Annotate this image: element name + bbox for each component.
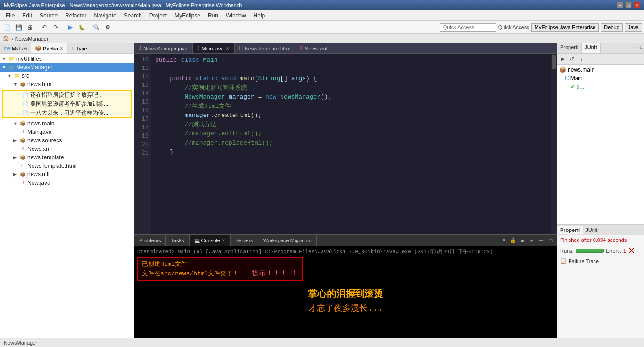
editor-scroll-thumb[interactable] <box>552 55 556 69</box>
rr-tab-junit[interactable]: JUnit <box>583 226 600 234</box>
menu-navigate[interactable]: Navigate <box>90 11 120 20</box>
tree-item-newstemplate-html[interactable]: H NewsTemplate.html <box>0 162 134 170</box>
java-icon-new: J <box>19 179 26 187</box>
console-output-box: 已创建Html文件！ 文件在src/news/html文件夹下！ 提示！！！ ！ <box>137 257 303 281</box>
toolbar-run[interactable]: ▶ <box>65 22 75 33</box>
expand-arrow-news-html[interactable]: ▼ <box>13 82 19 87</box>
menu-myeclipse[interactable]: MyEclipse <box>171 11 204 20</box>
quick-access-input[interactable] <box>440 23 496 32</box>
tab-myecli[interactable]: me MyEcli <box>0 43 31 53</box>
menu-help[interactable]: Help <box>250 11 269 20</box>
tree-item-news-template-pkg[interactable]: ▶ 📦 news.template <box>0 153 134 162</box>
tab-type[interactable]: T Type <box>67 43 91 53</box>
tree-item-new-java[interactable]: J New.java <box>0 179 134 187</box>
menu-refactor[interactable]: Refactor <box>61 11 90 20</box>
rr-tab-properties[interactable]: Properti <box>557 226 583 234</box>
toolbar-undo[interactable]: ↶ <box>39 22 50 33</box>
toolbar-debug[interactable]: 🐛 <box>76 22 87 33</box>
menu-project[interactable]: Project <box>146 11 171 20</box>
minimize-right-icon[interactable]: ─ <box>636 44 639 52</box>
console-new-button[interactable]: + <box>528 236 536 245</box>
tree-item-src[interactable]: ▼ 📁 src <box>0 72 134 80</box>
console-terminate-button[interactable]: ■ <box>518 236 527 245</box>
console-scroll-lock-button[interactable]: 🔒 <box>509 236 517 245</box>
toolbar-more[interactable]: ⚙ <box>102 22 113 33</box>
tree-item-news-2[interactable]: 📄 美国男篮邀请考辛斯参加训练... <box>3 99 131 108</box>
close-package-tab[interactable]: ✕ <box>59 46 63 51</box>
close-main-java-tab[interactable]: ✕ <box>226 46 230 51</box>
breadcrumb-project[interactable]: NewsManager <box>15 36 49 41</box>
toolbar-print[interactable]: 🖨 <box>25 22 35 33</box>
package-icon-news-main: 📦 <box>19 120 26 127</box>
tree-item-news-xml[interactable]: X News.xml <box>0 145 134 153</box>
toolbar-save[interactable]: 💾 <box>13 22 24 33</box>
rp-next-button[interactable]: ↓ <box>577 55 586 63</box>
tab-package[interactable]: 📦 Packa ✕ <box>31 43 67 53</box>
expand-arrow-newsmanager[interactable]: ▼ <box>2 65 8 70</box>
code-editor[interactable]: 10 11 12 13 14 15 16 17 18 19 20 21 publ… <box>134 54 557 234</box>
menu-search[interactable]: Search <box>120 11 146 20</box>
menu-window[interactable]: Window <box>222 11 250 20</box>
expand-arrow-news-sourecs[interactable]: ▶ <box>13 138 19 143</box>
expand-arrow-news-main[interactable]: ▼ <box>13 121 19 126</box>
tree-item-news-3[interactable]: 📄 十八大以来，习近平这样为传... <box>3 108 131 117</box>
toolbar-redo[interactable]: ↷ <box>50 22 61 33</box>
tab-news-xml[interactable]: X News.xml <box>295 43 332 53</box>
console-minimize-button[interactable]: ─ <box>537 236 545 245</box>
menu-file[interactable]: File <box>2 11 18 20</box>
console-terminated-line: <terminated> Main (6) [Java Application]… <box>137 248 554 255</box>
perspective-java[interactable]: Java <box>625 23 642 32</box>
toolbar-new[interactable]: 📄 <box>2 22 12 33</box>
console-toolbar: ✕ 🔒 ■ + ─ □ <box>499 236 557 245</box>
code-content[interactable]: public class Main { public static void m… <box>151 54 551 234</box>
maximize-right-icon[interactable]: □ <box>640 44 643 52</box>
console-tab-console[interactable]: 💻 Console ✕ <box>190 235 231 246</box>
perspective-myeclipse[interactable]: MyEclipse Java Enterprise <box>531 23 599 32</box>
menu-edit[interactable]: Edit <box>18 11 36 20</box>
close-console-tab[interactable]: ✕ <box>222 238 225 243</box>
console-content[interactable]: <terminated> Main (6) [Java Application]… <box>134 246 557 347</box>
tree-item-main-java[interactable]: J Main.java <box>0 128 134 136</box>
console-clear-button[interactable]: ✕ <box>499 236 508 245</box>
window-controls[interactable]: ─ □ ✕ <box>617 2 640 8</box>
tab-main-java[interactable]: J Main.java ✕ <box>193 43 235 53</box>
rp-tab-properties[interactable]: Properti <box>557 43 582 53</box>
console-maximize-button[interactable]: □ <box>546 236 555 245</box>
tree-item-newsmanager[interactable]: ▼ 🗂 NewsManager <box>0 63 134 72</box>
perspective-debug[interactable]: Debug <box>601 23 622 32</box>
console-tab-problems[interactable]: Problems <box>134 235 166 246</box>
rp-prev-button[interactable]: ↑ <box>586 55 595 63</box>
tree-item-news-1[interactable]: 📄 还在指望房贷打折？放弃吧... <box>3 91 131 99</box>
minimize-button[interactable]: ─ <box>617 2 623 8</box>
console-tab-tasks[interactable]: Tasks <box>166 235 189 246</box>
rt-item-news-main[interactable]: 📦 news.main <box>558 66 643 74</box>
rp-refresh-button[interactable]: ↺ <box>568 55 576 63</box>
tree-item-news-main-pkg[interactable]: ▼ 📦 news.main <box>0 119 134 128</box>
menu-run[interactable]: Run <box>204 11 222 20</box>
rt-item-main-class[interactable]: C Main <box>558 74 643 83</box>
close-button[interactable]: ✕ <box>634 2 640 8</box>
tree-item-news-util-pkg[interactable]: ▶ 📦 news.util <box>0 170 134 179</box>
expand-arrow-myutilities[interactable]: ▼ <box>2 57 8 61</box>
expand-arrow-news-util[interactable]: ▶ <box>13 172 19 177</box>
tab-newstemplate-html[interactable]: H NewsTemplate.html <box>235 43 295 53</box>
expand-arrow-news-template[interactable]: ▶ <box>13 155 19 160</box>
tree-item-myutilities[interactable]: ▼ 📁 myUtilities <box>0 55 134 63</box>
rp-tab-junit[interactable]: JUnit <box>582 43 601 53</box>
main-layout: me MyEcli 📦 Packa ✕ T Type ▼ 📁 myUtiliti… <box>0 43 644 347</box>
console-tab-servers[interactable]: Servers <box>231 235 258 246</box>
console-tab-workspace[interactable]: Workspace Migration <box>258 235 317 246</box>
menu-source[interactable]: Source <box>36 11 61 20</box>
console-song-line2: 才忘了夜多漫长... <box>137 302 554 314</box>
tab-newsmanager-java[interactable]: J NewsManager.java <box>134 43 193 53</box>
console-hint: 提示！！！ <box>252 270 287 278</box>
rp-run-button[interactable]: ▶ <box>558 55 567 63</box>
breadcrumb-home-icon[interactable]: 🏠 <box>3 35 9 41</box>
maximize-button[interactable]: □ <box>625 2 632 8</box>
tree-item-news-html-pkg[interactable]: ▼ 📦 news.html <box>0 80 134 89</box>
expand-arrow-src[interactable]: ▼ <box>8 74 13 78</box>
tree-item-news-sourecs-pkg[interactable]: ▶ 📦 news.sourecs <box>0 136 134 145</box>
editor-scrollbar[interactable] <box>551 54 557 234</box>
toolbar-search[interactable]: 🔍 <box>91 22 101 33</box>
rt-item-test-result[interactable]: ✔ s... <box>558 83 643 91</box>
